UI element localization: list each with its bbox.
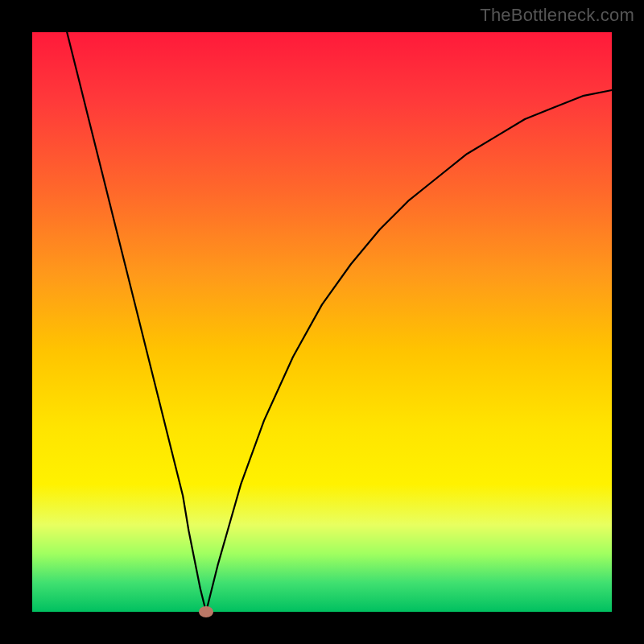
watermark-text: TheBottleneck.com — [480, 5, 634, 26]
minimum-marker — [199, 606, 213, 617]
plot-area — [32, 32, 612, 612]
chart-frame: TheBottleneck.com — [0, 0, 644, 644]
bottleneck-curve — [32, 32, 612, 612]
